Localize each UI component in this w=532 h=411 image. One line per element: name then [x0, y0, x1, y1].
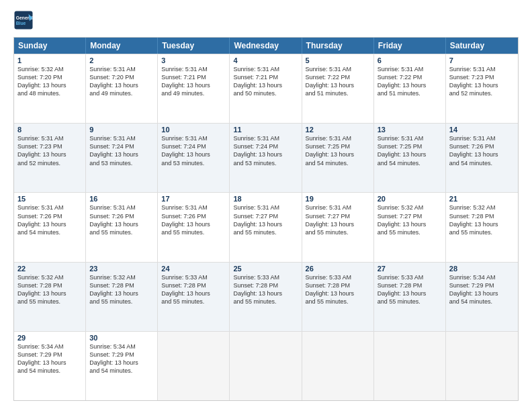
calendar-cell: 25Sunrise: 5:33 AM Sunset: 7:28 PM Dayli… [230, 263, 302, 331]
day-info: Sunrise: 5:34 AM Sunset: 7:29 PM Dayligh… [449, 273, 515, 306]
calendar-cell: 2Sunrise: 5:31 AM Sunset: 7:20 PM Daylig… [86, 54, 158, 123]
calendar-cell: 20Sunrise: 5:32 AM Sunset: 7:27 PM Dayli… [374, 193, 446, 261]
day-info: Sunrise: 5:33 AM Sunset: 7:28 PM Dayligh… [378, 273, 442, 306]
calendar-cell: 17Sunrise: 5:31 AM Sunset: 7:26 PM Dayli… [158, 193, 230, 261]
calendar-week-2: 15Sunrise: 5:31 AM Sunset: 7:26 PM Dayli… [14, 192, 518, 261]
day-number: 24 [161, 265, 226, 273]
day-info: Sunrise: 5:31 AM Sunset: 7:24 PM Dayligh… [233, 134, 298, 167]
day-number: 25 [233, 265, 298, 273]
calendar-cell: 8Sunrise: 5:31 AM Sunset: 7:23 PM Daylig… [14, 124, 86, 192]
day-number: 4 [233, 56, 298, 64]
calendar-cell [230, 332, 302, 400]
day-header-wednesday: Wednesday [230, 38, 302, 54]
day-number: 15 [17, 195, 82, 203]
day-header-sunday: Sunday [14, 38, 86, 54]
calendar-cell [302, 332, 374, 400]
day-number: 7 [449, 56, 515, 64]
calendar-week-0: 1Sunrise: 5:32 AM Sunset: 7:20 PM Daylig… [14, 54, 518, 123]
day-number: 1 [17, 56, 82, 64]
day-number: 22 [17, 265, 82, 273]
day-info: Sunrise: 5:31 AM Sunset: 7:25 PM Dayligh… [378, 134, 442, 167]
calendar-cell: 23Sunrise: 5:32 AM Sunset: 7:28 PM Dayli… [86, 263, 158, 331]
page-header: General Blue [13, 10, 519, 30]
day-number: 13 [378, 126, 442, 134]
day-header-thursday: Thursday [302, 38, 374, 54]
calendar-cell: 11Sunrise: 5:31 AM Sunset: 7:24 PM Dayli… [230, 124, 302, 192]
day-number: 12 [306, 126, 370, 134]
day-header-tuesday: Tuesday [158, 38, 230, 54]
day-info: Sunrise: 5:31 AM Sunset: 7:26 PM Dayligh… [17, 203, 82, 236]
day-info: Sunrise: 5:31 AM Sunset: 7:27 PM Dayligh… [306, 203, 370, 236]
day-number: 10 [161, 126, 226, 134]
logo-icon: General Blue [13, 10, 34, 30]
calendar-cell: 24Sunrise: 5:33 AM Sunset: 7:28 PM Dayli… [158, 263, 230, 331]
calendar-cell: 9Sunrise: 5:31 AM Sunset: 7:24 PM Daylig… [86, 124, 158, 192]
calendar-cell: 6Sunrise: 5:31 AM Sunset: 7:22 PM Daylig… [374, 54, 446, 123]
calendar-cell [158, 332, 230, 400]
day-number: 28 [449, 265, 515, 273]
day-number: 21 [449, 195, 515, 203]
logo: General Blue [13, 10, 34, 30]
calendar-cell [446, 332, 518, 400]
day-number: 11 [233, 126, 298, 134]
svg-text:Blue: Blue [16, 21, 26, 26]
calendar-cell: 1Sunrise: 5:32 AM Sunset: 7:20 PM Daylig… [14, 54, 86, 123]
day-number: 19 [306, 195, 370, 203]
calendar-cell: 14Sunrise: 5:31 AM Sunset: 7:26 PM Dayli… [446, 124, 518, 192]
calendar-page: General Blue SundayMondayTuesdayWednesda… [0, 0, 532, 411]
calendar-cell: 13Sunrise: 5:31 AM Sunset: 7:25 PM Dayli… [374, 124, 446, 192]
day-info: Sunrise: 5:32 AM Sunset: 7:20 PM Dayligh… [17, 65, 82, 98]
calendar-body: 1Sunrise: 5:32 AM Sunset: 7:20 PM Daylig… [14, 54, 518, 400]
day-info: Sunrise: 5:33 AM Sunset: 7:28 PM Dayligh… [233, 273, 298, 306]
day-info: Sunrise: 5:31 AM Sunset: 7:23 PM Dayligh… [17, 134, 82, 167]
calendar-cell: 3Sunrise: 5:31 AM Sunset: 7:21 PM Daylig… [158, 54, 230, 123]
day-info: Sunrise: 5:32 AM Sunset: 7:28 PM Dayligh… [89, 273, 154, 306]
day-info: Sunrise: 5:34 AM Sunset: 7:29 PM Dayligh… [89, 342, 154, 375]
day-number: 14 [449, 126, 515, 134]
day-info: Sunrise: 5:31 AM Sunset: 7:22 PM Dayligh… [306, 65, 370, 98]
day-number: 16 [89, 195, 154, 203]
day-number: 8 [17, 126, 82, 134]
calendar-week-1: 8Sunrise: 5:31 AM Sunset: 7:23 PM Daylig… [14, 123, 518, 192]
day-number: 5 [306, 56, 370, 64]
calendar-week-3: 22Sunrise: 5:32 AM Sunset: 7:28 PM Dayli… [14, 262, 518, 331]
day-number: 26 [306, 265, 370, 273]
day-header-monday: Monday [86, 38, 158, 54]
calendar-cell: 21Sunrise: 5:32 AM Sunset: 7:28 PM Dayli… [446, 193, 518, 261]
day-number: 29 [17, 334, 82, 342]
day-number: 17 [161, 195, 226, 203]
day-number: 27 [378, 265, 442, 273]
calendar-cell: 26Sunrise: 5:33 AM Sunset: 7:28 PM Dayli… [302, 263, 374, 331]
day-number: 3 [161, 56, 226, 64]
calendar-cell: 16Sunrise: 5:31 AM Sunset: 7:26 PM Dayli… [86, 193, 158, 261]
day-info: Sunrise: 5:31 AM Sunset: 7:26 PM Dayligh… [449, 134, 515, 167]
day-info: Sunrise: 5:33 AM Sunset: 7:28 PM Dayligh… [306, 273, 370, 306]
day-header-friday: Friday [374, 38, 446, 54]
day-info: Sunrise: 5:32 AM Sunset: 7:28 PM Dayligh… [17, 273, 82, 306]
calendar-cell: 30Sunrise: 5:34 AM Sunset: 7:29 PM Dayli… [86, 332, 158, 400]
day-info: Sunrise: 5:31 AM Sunset: 7:20 PM Dayligh… [89, 65, 154, 98]
day-info: Sunrise: 5:31 AM Sunset: 7:24 PM Dayligh… [89, 134, 154, 167]
calendar-cell: 18Sunrise: 5:31 AM Sunset: 7:27 PM Dayli… [230, 193, 302, 261]
calendar-header: SundayMondayTuesdayWednesdayThursdayFrid… [14, 38, 518, 54]
day-info: Sunrise: 5:31 AM Sunset: 7:25 PM Dayligh… [306, 134, 370, 167]
day-header-saturday: Saturday [446, 38, 518, 54]
calendar-cell: 7Sunrise: 5:31 AM Sunset: 7:23 PM Daylig… [446, 54, 518, 123]
day-number: 6 [378, 56, 442, 64]
calendar-cell: 5Sunrise: 5:31 AM Sunset: 7:22 PM Daylig… [302, 54, 374, 123]
day-info: Sunrise: 5:31 AM Sunset: 7:27 PM Dayligh… [233, 203, 298, 236]
calendar-cell: 29Sunrise: 5:34 AM Sunset: 7:29 PM Dayli… [14, 332, 86, 400]
calendar-cell: 19Sunrise: 5:31 AM Sunset: 7:27 PM Dayli… [302, 193, 374, 261]
day-number: 2 [89, 56, 154, 64]
day-info: Sunrise: 5:31 AM Sunset: 7:22 PM Dayligh… [378, 65, 442, 98]
day-number: 18 [233, 195, 298, 203]
day-info: Sunrise: 5:31 AM Sunset: 7:26 PM Dayligh… [161, 203, 226, 236]
day-info: Sunrise: 5:33 AM Sunset: 7:28 PM Dayligh… [161, 273, 226, 306]
calendar-cell: 4Sunrise: 5:31 AM Sunset: 7:21 PM Daylig… [230, 54, 302, 123]
calendar-cell: 28Sunrise: 5:34 AM Sunset: 7:29 PM Dayli… [446, 263, 518, 331]
day-info: Sunrise: 5:31 AM Sunset: 7:24 PM Dayligh… [161, 134, 226, 167]
calendar-cell: 22Sunrise: 5:32 AM Sunset: 7:28 PM Dayli… [14, 263, 86, 331]
calendar-cell [374, 332, 446, 400]
calendar-cell: 27Sunrise: 5:33 AM Sunset: 7:28 PM Dayli… [374, 263, 446, 331]
day-number: 23 [89, 265, 154, 273]
